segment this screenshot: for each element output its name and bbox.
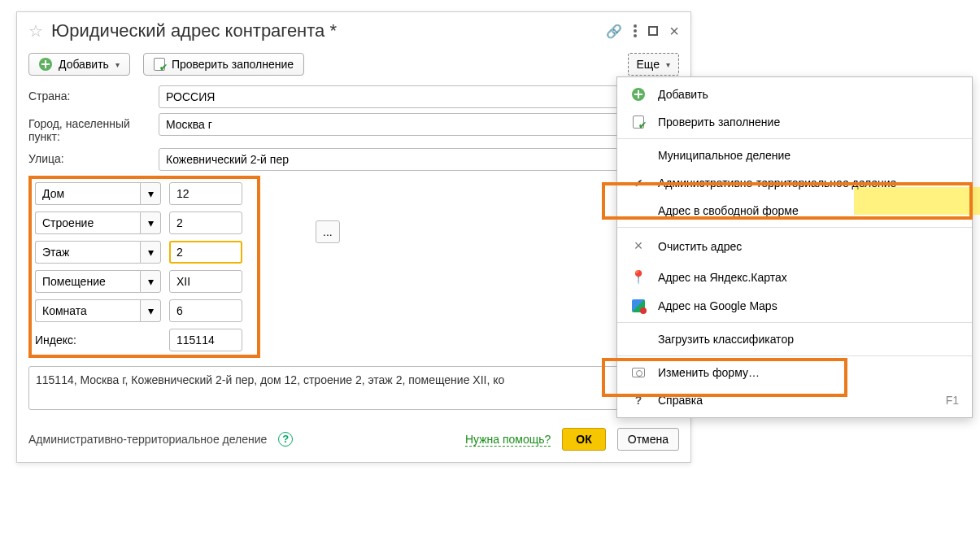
street-input[interactable]: Кожевнический 2-й пер [159,148,679,171]
menu-item-municipal[interactable]: Муниципальное деление [617,142,972,169]
favorite-star-icon[interactable]: ☆ [28,21,43,41]
menu-item-check-fill[interactable]: Проверить заполнение [617,108,972,136]
division-type-label: Административно-территориальное деление [28,433,267,446]
part-type-combo[interactable]: Дом ▾ [35,182,161,205]
more-label: Еще [637,58,660,71]
camera-icon [632,368,645,377]
toolbar: Добавить ▾ Проверить заполнение Еще ▾ [17,46,690,82]
more-button[interactable]: Еще ▾ [628,53,680,76]
menu-item-highlight [854,187,980,215]
address-dialog: ☆ Юридический адрес контрагента * 🔗 × До… [16,11,691,463]
check-label: Проверить заполнение [172,58,294,71]
menu-item-google-maps[interactable]: Адрес на Google Maps [617,292,972,320]
menu-item-add[interactable]: Добавить [617,81,972,108]
part-value-input[interactable]: XII [169,270,242,293]
check-icon [630,177,647,190]
menu-item-load-classifier[interactable]: Загрузить классификатор [617,325,972,353]
doc-check-icon [154,58,165,71]
dialog-footer: Административно-территориальное деление … [17,418,690,462]
chevron-down-icon[interactable]: ▾ [140,241,161,264]
add-button[interactable]: Добавить ▾ [28,53,130,76]
cancel-button[interactable]: Отмена [617,428,679,451]
menu-item-help[interactable]: ? Справка F1 [617,386,972,414]
close-icon [630,238,647,255]
address-summary[interactable]: 115114, Москва г, Кожевнический 2-й пер,… [28,366,679,410]
index-input[interactable]: 115114 [169,329,242,351]
menu-item-yandex-maps[interactable]: 📍 Адрес на Яндекс.Картах [617,262,972,292]
google-maps-icon [632,299,645,312]
part-type-combo[interactable]: Этаж ▾ [35,241,161,264]
titlebar: ☆ Юридический адрес контрагента * 🔗 × [17,12,690,46]
more-menu[interactable]: Добавить Проверить заполнение Муниципаль… [616,76,973,418]
ellipsis-button[interactable]: ... [316,220,340,243]
part-type-combo[interactable]: Помещение ▾ [35,270,161,293]
window-title: Юридический адрес контрагента * [51,20,598,41]
need-help-link[interactable]: Нужна помощь? [465,433,551,447]
link-icon[interactable]: 🔗 [606,24,622,39]
chevron-down-icon: ▾ [115,60,120,69]
part-type-combo[interactable]: Строение ▾ [35,211,161,234]
chevron-down-icon[interactable]: ▾ [140,270,161,293]
part-value-input-active[interactable]: 2 [169,241,242,264]
ok-button[interactable]: ОК [562,428,605,451]
question-icon: ? [630,394,647,407]
part-type-combo[interactable]: Комната ▾ [35,299,161,322]
part-value-input[interactable]: 12 [169,182,242,205]
part-value-input[interactable]: 2 [169,211,242,234]
address-parts-highlighted: Дом ▾ 12 Строение ▾ 2 Этаж ▾ 2 [28,176,260,358]
map-pin-icon: 📍 [630,269,647,285]
doc-check-icon [633,116,644,129]
kebab-menu-icon[interactable] [634,24,637,37]
maximize-icon[interactable] [648,26,658,36]
add-icon [39,58,52,71]
chevron-down-icon[interactable]: ▾ [140,182,161,205]
city-label: Город, населенный пункт: [28,113,150,143]
help-icon[interactable]: ? [278,432,293,447]
menu-item-clear-address[interactable]: Очистить адрес [617,230,972,262]
index-label: Индекс: [35,329,161,351]
add-label: Добавить [59,58,109,71]
country-label: Страна: [28,85,150,102]
chevron-down-icon[interactable]: ▾ [140,211,161,234]
close-icon[interactable]: × [669,25,679,37]
form-area: Страна: РОССИЯ Город, населенный пункт: … [17,82,690,418]
part-value-input[interactable]: 6 [169,299,242,322]
add-icon [632,88,645,101]
street-label: Улица: [28,148,150,165]
check-fill-button[interactable]: Проверить заполнение [143,53,304,76]
city-input[interactable]: Москва г [159,113,679,136]
menu-item-change-form[interactable]: Изменить форму… [617,359,972,386]
chevron-down-icon[interactable]: ▾ [140,299,161,322]
chevron-down-icon: ▾ [666,60,670,69]
country-input[interactable]: РОССИЯ [159,85,679,108]
